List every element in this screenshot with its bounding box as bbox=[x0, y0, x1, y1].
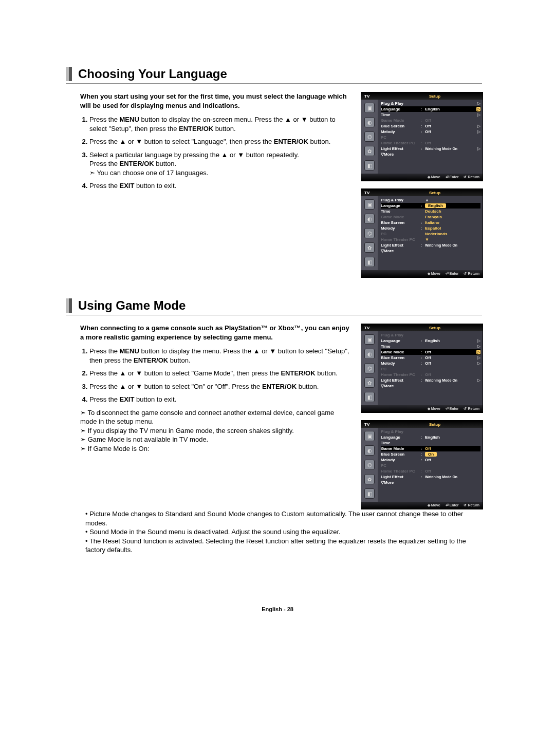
note: Game Mode is not available in TV mode. bbox=[80, 435, 351, 444]
picture-icon: ▣ bbox=[364, 103, 375, 113]
move-hint: Move bbox=[428, 175, 440, 179]
intro-text: When you start using your set for the fi… bbox=[80, 92, 351, 110]
bullet: • Picture Mode changes to Standard and S… bbox=[80, 509, 482, 527]
channel-icon: ⌬ bbox=[364, 131, 375, 142]
osd-side-icons: ▣ ◐ ⌬ ✿ ◧ bbox=[361, 100, 378, 174]
sound-icon: ◐ bbox=[364, 117, 375, 127]
step-item: Press the ▲ or ▼ button to select "On" o… bbox=[89, 382, 351, 391]
note: To disconnect the game console and conne… bbox=[80, 408, 351, 426]
step-item: Press the MENU button to display the on-… bbox=[89, 115, 351, 133]
step-item: Select a particular language by pressing… bbox=[89, 150, 351, 178]
note: If Game Mode is On: bbox=[80, 444, 351, 453]
intro-text: When connecting to a game console such a… bbox=[80, 324, 351, 342]
bullet: • Sound Mode in the Sound menu is deacti… bbox=[80, 527, 482, 537]
step-item: Press the EXIT button to exit. bbox=[89, 395, 351, 404]
osd-screenshot-4: TV Setup ▣◐⌬✿◧ Plug & Play Language:Engl… bbox=[361, 420, 483, 509]
osd-title: Setup bbox=[387, 94, 483, 99]
step-item: Press the EXIT button to exit. bbox=[89, 181, 351, 191]
steps-list: Press the MENU button to display the on-… bbox=[80, 115, 351, 191]
osd-screenshot-2: TV Setup ▣◐⌬✿◧ Plug & Play▲ Language:Eng… bbox=[361, 188, 483, 278]
note: If you display the TV menu in Game mode,… bbox=[80, 426, 351, 436]
step-note: You can choose one of 17 languages. bbox=[89, 169, 208, 177]
step-item: Press the ▲ or ▼ button to select "Game … bbox=[89, 369, 351, 378]
section-heading: Using Game Mode bbox=[66, 298, 482, 315]
steps-list: Press the MENU button to display the men… bbox=[80, 347, 351, 404]
osd-screenshot-3: TV Setup ▣◐⌬✿◧ Plug & Play Language:Engl… bbox=[361, 324, 483, 413]
page-footer: English - 28 bbox=[0, 606, 555, 612]
osd-screenshot-1: TV Setup ▣ ◐ ⌬ ✿ ◧ Plug & Play▷ bbox=[361, 92, 483, 181]
return-hint: Return bbox=[464, 175, 479, 179]
section-heading: Choosing Your Language bbox=[66, 67, 482, 84]
heading-accent-bar bbox=[66, 67, 72, 81]
section-title: Choosing Your Language bbox=[78, 67, 227, 81]
input-icon: ◧ bbox=[364, 160, 375, 171]
step-item: Press the ▲ or ▼ button to select "Langu… bbox=[89, 137, 351, 146]
bullet: • The Reset Sound function is activated.… bbox=[80, 537, 482, 555]
heading-accent-bar bbox=[66, 298, 72, 313]
osd-tv-label: TV bbox=[361, 94, 387, 99]
section-title: Using Game Mode bbox=[78, 298, 186, 313]
step-item: Press the MENU button to display the men… bbox=[89, 347, 351, 365]
setup-icon: ✿ bbox=[364, 146, 375, 156]
bullet-notes: • Picture Mode changes to Standard and S… bbox=[66, 509, 482, 555]
enter-hint: Enter bbox=[446, 175, 459, 179]
